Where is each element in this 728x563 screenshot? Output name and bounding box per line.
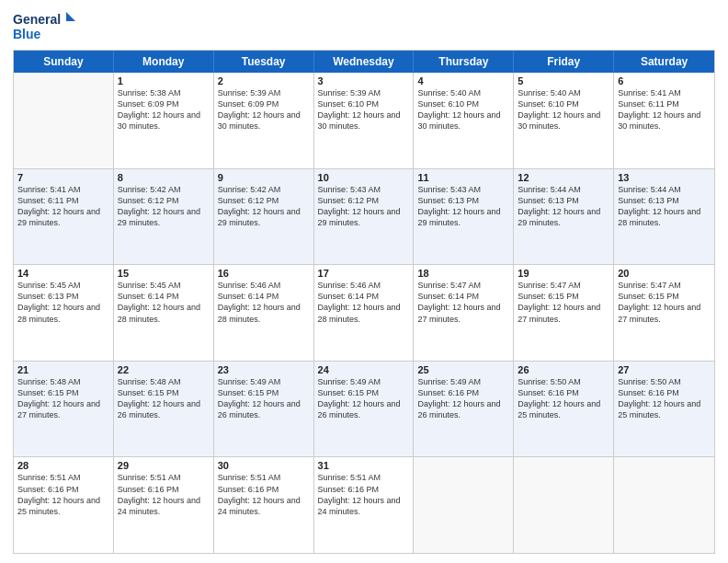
calendar-row: 1Sunrise: 5:38 AMSunset: 6:09 PMDaylight… <box>14 73 714 168</box>
day-number: 11 <box>417 172 509 183</box>
day-number: 27 <box>618 364 711 375</box>
calendar-cell: 23Sunrise: 5:49 AMSunset: 6:15 PMDayligh… <box>214 362 314 457</box>
logo-svg: General Blue <box>13 9 77 42</box>
day-number: 25 <box>417 364 509 375</box>
calendar-cell: 8Sunrise: 5:42 AMSunset: 6:12 PMDaylight… <box>114 169 214 265</box>
cell-info: Sunrise: 5:51 AMSunset: 6:16 PMDaylight:… <box>17 472 109 517</box>
calendar-cell: 11Sunrise: 5:43 AMSunset: 6:13 PMDayligh… <box>414 169 514 265</box>
svg-marker-1 <box>66 12 75 21</box>
cell-info: Sunrise: 5:47 AMSunset: 6:15 PMDaylight:… <box>518 280 609 325</box>
calendar-cell: 19Sunrise: 5:47 AMSunset: 6:15 PMDayligh… <box>514 265 614 361</box>
cell-info: Sunrise: 5:49 AMSunset: 6:16 PMDaylight:… <box>417 376 509 421</box>
day-number: 31 <box>318 460 410 471</box>
cell-info: Sunrise: 5:48 AMSunset: 6:15 PMDaylight:… <box>17 376 109 421</box>
cell-info: Sunrise: 5:39 AMSunset: 6:10 PMDaylight:… <box>318 87 410 132</box>
calendar-cell <box>14 73 114 168</box>
calendar-cell: 17Sunrise: 5:46 AMSunset: 6:14 PMDayligh… <box>314 265 415 361</box>
calendar-cell: 20Sunrise: 5:47 AMSunset: 6:15 PMDayligh… <box>614 265 714 361</box>
day-number: 29 <box>118 460 210 471</box>
cell-info: Sunrise: 5:51 AMSunset: 6:16 PMDaylight:… <box>118 472 210 517</box>
cell-info: Sunrise: 5:42 AMSunset: 6:12 PMDaylight:… <box>118 184 210 229</box>
cell-info: Sunrise: 5:46 AMSunset: 6:14 PMDaylight:… <box>318 280 410 325</box>
calendar-cell: 1Sunrise: 5:38 AMSunset: 6:09 PMDaylight… <box>114 73 214 168</box>
calendar-cell <box>414 457 514 553</box>
day-number: 15 <box>118 268 210 279</box>
day-number: 5 <box>518 75 609 86</box>
calendar-day-header: Saturday <box>614 51 714 73</box>
calendar-cell: 21Sunrise: 5:48 AMSunset: 6:15 PMDayligh… <box>14 362 114 457</box>
cell-info: Sunrise: 5:43 AMSunset: 6:12 PMDaylight:… <box>318 184 410 229</box>
day-number: 7 <box>17 172 109 183</box>
header: General Blue <box>13 9 715 42</box>
cell-info: Sunrise: 5:38 AMSunset: 6:09 PMDaylight:… <box>118 87 210 132</box>
calendar-day-header: Wednesday <box>314 51 415 73</box>
cell-info: Sunrise: 5:49 AMSunset: 6:15 PMDaylight:… <box>218 376 310 421</box>
calendar-cell: 6Sunrise: 5:41 AMSunset: 6:11 PMDaylight… <box>614 73 714 168</box>
calendar-day-header: Tuesday <box>214 51 314 73</box>
calendar-cell: 18Sunrise: 5:47 AMSunset: 6:14 PMDayligh… <box>414 265 514 361</box>
cell-info: Sunrise: 5:44 AMSunset: 6:13 PMDaylight:… <box>518 184 609 229</box>
day-number: 28 <box>17 460 109 471</box>
cell-info: Sunrise: 5:45 AMSunset: 6:13 PMDaylight:… <box>17 280 109 325</box>
calendar-cell: 24Sunrise: 5:49 AMSunset: 6:15 PMDayligh… <box>314 362 415 457</box>
day-number: 14 <box>17 268 109 279</box>
page: General Blue SundayMondayTuesdayWednesda… <box>0 0 728 563</box>
calendar-row: 28Sunrise: 5:51 AMSunset: 6:16 PMDayligh… <box>14 456 714 553</box>
day-number: 4 <box>417 75 509 86</box>
calendar-row: 14Sunrise: 5:45 AMSunset: 6:13 PMDayligh… <box>14 264 714 361</box>
cell-info: Sunrise: 5:50 AMSunset: 6:16 PMDaylight:… <box>618 376 711 421</box>
day-number: 23 <box>218 364 310 375</box>
calendar-cell: 25Sunrise: 5:49 AMSunset: 6:16 PMDayligh… <box>414 362 514 457</box>
calendar-cell: 9Sunrise: 5:42 AMSunset: 6:12 PMDaylight… <box>214 169 314 265</box>
calendar-body: 1Sunrise: 5:38 AMSunset: 6:09 PMDaylight… <box>14 73 714 553</box>
calendar-cell: 29Sunrise: 5:51 AMSunset: 6:16 PMDayligh… <box>114 457 214 553</box>
calendar-cell: 26Sunrise: 5:50 AMSunset: 6:16 PMDayligh… <box>514 362 614 457</box>
calendar: SundayMondayTuesdayWednesdayThursdayFrid… <box>13 50 715 554</box>
cell-info: Sunrise: 5:50 AMSunset: 6:16 PMDaylight:… <box>518 376 609 421</box>
calendar-day-header: Monday <box>114 51 214 73</box>
day-number: 6 <box>618 75 711 86</box>
calendar-cell: 2Sunrise: 5:39 AMSunset: 6:09 PMDaylight… <box>214 73 314 168</box>
calendar-day-header: Thursday <box>414 51 514 73</box>
calendar-cell: 5Sunrise: 5:40 AMSunset: 6:10 PMDaylight… <box>514 73 614 168</box>
cell-info: Sunrise: 5:51 AMSunset: 6:16 PMDaylight:… <box>318 472 410 517</box>
svg-text:Blue: Blue <box>13 27 41 41</box>
calendar-cell: 27Sunrise: 5:50 AMSunset: 6:16 PMDayligh… <box>614 362 714 457</box>
calendar-row: 21Sunrise: 5:48 AMSunset: 6:15 PMDayligh… <box>14 361 714 457</box>
day-number: 21 <box>17 364 109 375</box>
cell-info: Sunrise: 5:41 AMSunset: 6:11 PMDaylight:… <box>17 184 109 229</box>
day-number: 30 <box>218 460 310 471</box>
day-number: 16 <box>218 268 310 279</box>
day-number: 2 <box>218 75 310 86</box>
day-number: 9 <box>218 172 310 183</box>
calendar-row: 7Sunrise: 5:41 AMSunset: 6:11 PMDaylight… <box>14 168 714 265</box>
calendar-cell: 15Sunrise: 5:45 AMSunset: 6:14 PMDayligh… <box>114 265 214 361</box>
svg-text:General: General <box>13 12 61 27</box>
calendar-cell: 10Sunrise: 5:43 AMSunset: 6:12 PMDayligh… <box>314 169 415 265</box>
day-number: 17 <box>318 268 410 279</box>
calendar-cell: 22Sunrise: 5:48 AMSunset: 6:15 PMDayligh… <box>114 362 214 457</box>
calendar-day-header: Sunday <box>14 51 114 73</box>
calendar-cell: 13Sunrise: 5:44 AMSunset: 6:13 PMDayligh… <box>614 169 714 265</box>
calendar-cell: 30Sunrise: 5:51 AMSunset: 6:16 PMDayligh… <box>214 457 314 553</box>
day-number: 8 <box>118 172 210 183</box>
cell-info: Sunrise: 5:46 AMSunset: 6:14 PMDaylight:… <box>218 280 310 325</box>
calendar-cell: 4Sunrise: 5:40 AMSunset: 6:10 PMDaylight… <box>414 73 514 168</box>
cell-info: Sunrise: 5:40 AMSunset: 6:10 PMDaylight:… <box>518 87 609 132</box>
day-number: 18 <box>417 268 509 279</box>
calendar-cell: 12Sunrise: 5:44 AMSunset: 6:13 PMDayligh… <box>514 169 614 265</box>
day-number: 24 <box>318 364 410 375</box>
calendar-cell: 7Sunrise: 5:41 AMSunset: 6:11 PMDaylight… <box>14 169 114 265</box>
calendar-cell: 31Sunrise: 5:51 AMSunset: 6:16 PMDayligh… <box>314 457 415 553</box>
cell-info: Sunrise: 5:40 AMSunset: 6:10 PMDaylight:… <box>417 87 509 132</box>
cell-info: Sunrise: 5:44 AMSunset: 6:13 PMDaylight:… <box>618 184 711 229</box>
calendar-cell: 14Sunrise: 5:45 AMSunset: 6:13 PMDayligh… <box>14 265 114 361</box>
cell-info: Sunrise: 5:45 AMSunset: 6:14 PMDaylight:… <box>118 280 210 325</box>
cell-info: Sunrise: 5:48 AMSunset: 6:15 PMDaylight:… <box>118 376 210 421</box>
day-number: 19 <box>518 268 609 279</box>
cell-info: Sunrise: 5:39 AMSunset: 6:09 PMDaylight:… <box>218 87 310 132</box>
calendar-cell <box>514 457 614 553</box>
day-number: 20 <box>618 268 711 279</box>
calendar-cell: 16Sunrise: 5:46 AMSunset: 6:14 PMDayligh… <box>214 265 314 361</box>
cell-info: Sunrise: 5:47 AMSunset: 6:14 PMDaylight:… <box>417 280 509 325</box>
